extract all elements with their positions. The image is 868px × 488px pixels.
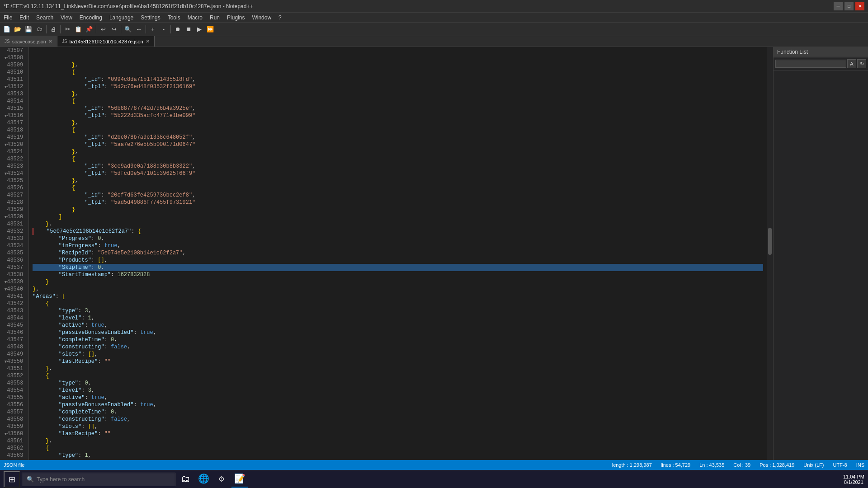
line-number-43525: 43525 [4,177,25,184]
code-line-43533: "RecipeId": "5e074e5e2108b14e1c62f2a7", [33,249,763,257]
save-button[interactable]: 💾 [24,24,33,34]
code-line-43561: "type": 1, [33,452,763,459]
scrollbar-thumb[interactable] [768,228,772,255]
menu-item-window[interactable]: Window [248,13,275,22]
menu-item-?[interactable]: ? [275,13,285,22]
start-button[interactable]: ⊞ [4,471,20,488]
toolbar-sep-1 [46,25,47,33]
code-content[interactable]: }, { "_id": "0994c8da71b1f411435518fd", … [29,47,767,460]
line-number-43555: 43555 [4,394,25,401]
code-line-43508: { [33,69,763,76]
line-number-43526: 43526 [4,184,25,192]
code-line-43520: { [33,155,763,163]
record-macro-button[interactable]: ⏺ [173,24,183,34]
line-number-43552: 43552 [4,372,25,380]
line-number-43528: 43528 [4,199,25,206]
function-list-search-button[interactable]: A [847,59,856,68]
taskbar-app-explorer[interactable]: 🗂 [177,471,193,488]
line-number-43556: 43556 [4,401,25,408]
col-label: Col : 39 [733,462,750,468]
taskbar-app-notepad[interactable]: 📝 [231,471,248,488]
line-number-43516: ▼43516 [4,112,25,119]
line-number-43561: 43561 [4,437,25,445]
time-display: 11:04 PM 8/1/2021 [843,474,864,485]
redo-button[interactable]: ↪ [109,24,119,34]
line-number-43548: 43548 [4,343,25,351]
window-controls: ─ □ ✕ [834,2,864,10]
line-numbers: 43507▼43508 43509 43510 43511▼43512 4351… [0,47,29,460]
run-macro-button[interactable]: ⏩ [205,24,215,34]
menu-item-search[interactable]: Search [33,13,57,22]
close-button[interactable]: ✕ [855,2,864,10]
function-list-refresh-button[interactable]: ↻ [857,59,866,68]
line-number-43529: 43529 [4,206,25,213]
zoom-out-button[interactable]: - [159,24,169,34]
code-line-43554: "passiveBonusesEnabled": true, [33,401,763,408]
menu-item-settings[interactable]: Settings [137,13,164,22]
taskbar-app-chrome[interactable]: 🌐 [195,471,212,488]
minimize-button[interactable]: ─ [834,2,843,10]
line-number-43520: ▼43520 [4,141,25,148]
toolbar-sep-6 [170,25,171,33]
line-number-43558: 43558 [4,416,25,423]
function-list-search-input[interactable] [775,60,846,68]
menu-item-encoding[interactable]: Encoding [76,13,106,22]
line-number-43531: 43531 [4,221,25,228]
menu-item-language[interactable]: Language [106,13,137,22]
line-number-43560: ▼43560 [4,430,25,437]
code-line-43512: { [33,98,763,105]
undo-button[interactable]: ↩ [98,24,108,34]
line-number-43542: 43542 [4,300,25,307]
replace-button[interactable]: ↔ [134,24,144,34]
print-button[interactable]: 🖨 [48,24,58,34]
menu-item-plugins[interactable]: Plugins [223,13,248,22]
code-line-43539: "Areas": [ [33,293,763,300]
line-number-43510: 43510 [4,69,25,76]
tab-close[interactable]: ✕ [146,38,150,44]
tab-tab2[interactable]: JSba14581261ff21db10c4287e.json✕ [57,36,155,47]
stop-macro-button[interactable]: ⏹ [184,24,193,34]
line-number-43538: 43538 [4,271,25,278]
line-number-43536: 43536 [4,257,25,264]
encoding-label: UTF-8 [833,462,847,468]
menu-item-tools[interactable]: Tools [164,13,184,22]
code-line-43553: "active": true, [33,394,763,401]
code-line-43532: "inProgress": true, [33,242,763,249]
code-line-43545: "completeTime": 0, [33,336,763,343]
find-button[interactable]: 🔍 [123,24,133,34]
open-button[interactable]: 📂 [13,24,23,34]
menu-item-edit[interactable]: Edit [16,13,33,22]
line-number-43551: 43551 [4,365,25,372]
line-number-43534: 43534 [4,242,25,249]
line-number-43546: 43546 [4,329,25,336]
menu-item-macro[interactable]: Macro [184,13,206,22]
zoom-in-button[interactable]: + [148,24,158,34]
line-number-43507: 43507 [4,47,25,54]
tab-close[interactable]: ✕ [48,38,52,44]
tab-tab1[interactable]: JSscavecase.json✕ [0,36,57,47]
maximize-button[interactable]: □ [844,2,854,10]
code-line-43519: }, [33,148,763,155]
taskbar-search-box[interactable]: 🔍 Type here to search [22,473,175,486]
code-line-43559: }, [33,437,763,445]
line-number-43521: 43521 [4,148,25,155]
paste-button[interactable]: 📌 [84,24,94,34]
menu-item-run[interactable]: Run [206,13,223,22]
tab-label: scavecase.json [12,39,46,44]
length-label: length : 1,298,987 [612,462,652,468]
play-macro-button[interactable]: ▶ [194,24,204,34]
menu-item-file[interactable]: File [0,13,16,22]
code-line-43557: "slots": [], [33,423,763,430]
code-line-43521: "_id": "3ce9ad9e0a7188d30b8b3322", [33,163,763,170]
cut-button[interactable]: ✂ [62,24,72,34]
code-line-43515: }, [33,119,763,127]
new-button[interactable]: 📄 [2,24,12,34]
editor-scrollbar[interactable] [767,47,773,460]
taskbar-app-settings[interactable]: ⚙ [213,471,230,488]
line-number-43515: 43515 [4,105,25,112]
save-all-button[interactable]: 🗂 [34,24,44,34]
code-line-43555: "completeTime": 0, [33,408,763,416]
line-number-43513: 43513 [4,90,25,98]
menu-item-view[interactable]: View [57,13,76,22]
copy-button[interactable]: 📋 [73,24,83,34]
